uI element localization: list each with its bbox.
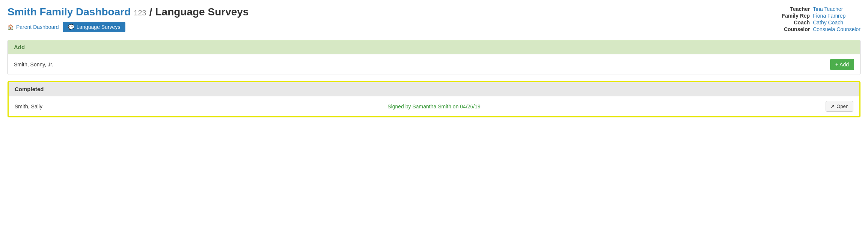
page-title: Language Surveys (155, 6, 249, 18)
open-button-label: Open (836, 104, 848, 109)
add-section-row: Smith, Sonny, Jr. + Add (8, 54, 860, 75)
open-folder-icon: ↗ (830, 104, 835, 109)
nav-tabs: 🏠 Parent Dashboard 💬 Language Surveys (8, 22, 249, 32)
page-header: Smith Family Dashboard 123 / Language Su… (8, 6, 860, 32)
breadcrumb-separator: / (149, 6, 152, 18)
signed-text: Signed by Samantha Smith on 04/26/19 (387, 104, 481, 110)
header-left: Smith Family Dashboard 123 / Language Su… (8, 6, 249, 32)
breadcrumb-number: 123 (134, 9, 146, 17)
teacher-label: Teacher (782, 6, 810, 12)
home-icon: 🏠 (8, 24, 14, 30)
completed-section: Completed Smith, Sally Signed by Samanth… (8, 81, 860, 117)
parent-dashboard-tab[interactable]: 🏠 Parent Dashboard (8, 24, 59, 30)
family-rep-label: Family Rep (782, 13, 810, 19)
family-dashboard-link[interactable]: Smith Family Dashboard (8, 6, 131, 18)
add-row-actions: + Add (830, 59, 854, 70)
add-section: Add Smith, Sonny, Jr. + Add (8, 40, 860, 75)
language-surveys-tab[interactable]: 💬 Language Surveys (63, 22, 126, 32)
add-row-name: Smith, Sonny, Jr. (14, 62, 53, 68)
staff-info: Teacher Tina Teacher Family Rep Fiona Fa… (782, 6, 860, 32)
completed-row-name: Smith, Sally (15, 104, 42, 110)
completed-section-header: Completed (9, 82, 859, 96)
language-surveys-label: Language Surveys (77, 24, 121, 30)
coach-label: Coach (782, 20, 810, 26)
counselor-label: Counselor (782, 26, 810, 32)
coach-link[interactable]: Cathy Coach (813, 20, 860, 26)
open-button[interactable]: ↗ Open (826, 101, 853, 112)
add-button[interactable]: + Add (830, 59, 854, 70)
breadcrumb: Smith Family Dashboard 123 / Language Su… (8, 6, 249, 18)
counselor-link[interactable]: Consuela Counselor (813, 26, 860, 32)
completed-section-row: Smith, Sally Signed by Samantha Smith on… (9, 96, 859, 116)
family-rep-link[interactable]: Fiona Famrep (813, 13, 860, 19)
add-section-header: Add (8, 40, 860, 54)
completed-row-actions: ↗ Open (826, 101, 853, 112)
parent-dashboard-label: Parent Dashboard (16, 24, 59, 30)
teacher-link[interactable]: Tina Teacher (813, 6, 860, 12)
chat-icon: 💬 (68, 24, 74, 30)
